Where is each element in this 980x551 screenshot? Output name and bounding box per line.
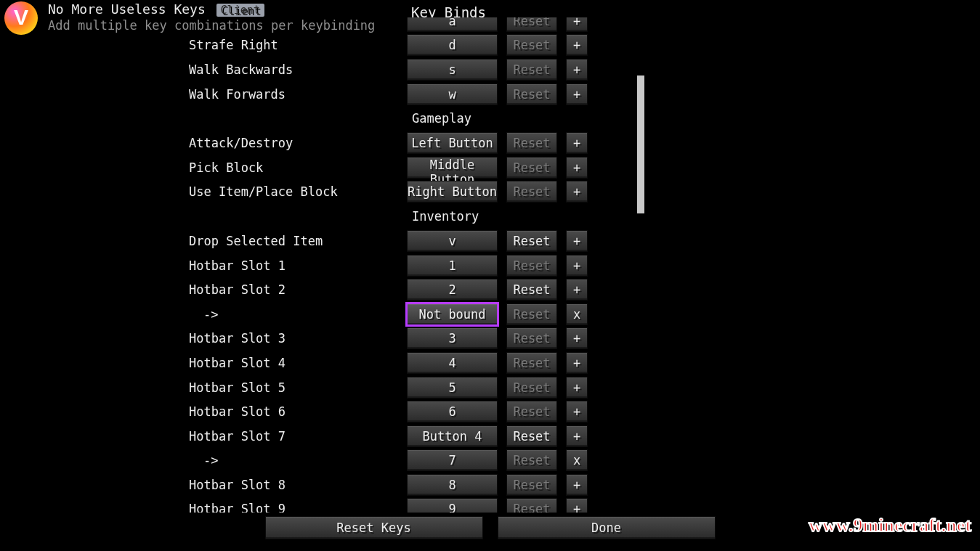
keybind-add-button[interactable]: +	[566, 425, 588, 447]
keybind-reset-button[interactable]: Reset	[506, 352, 557, 374]
keybind-key-button[interactable]: Right Button	[407, 181, 498, 203]
done-button[interactable]: Done	[498, 516, 716, 539]
keybind-row: Attack/DestroyLeft ButtonReset+	[189, 131, 610, 155]
keybind-reset-button[interactable]: Reset	[506, 425, 557, 447]
keybind-row: Hotbar Slot 88Reset+	[189, 473, 610, 497]
mod-title: No More Useless Keys Client	[48, 1, 375, 17]
keybind-key-button[interactable]: 3	[407, 327, 498, 349]
keybind-rows: aReset+Strafe RightdReset+Walk Backwards…	[189, 17, 610, 513]
keybind-row: Use Item/Place BlockRight ButtonReset+	[189, 180, 610, 205]
keybind-row: Hotbar Slot 22Reset+	[189, 277, 610, 302]
keybind-row: Hotbar Slot 99Reset+	[189, 497, 610, 513]
keybind-row: ->7Resetx	[189, 449, 610, 473]
keybind-reset-button[interactable]: Reset	[506, 498, 557, 513]
keybind-row: Strafe RightdReset+	[189, 33, 610, 58]
keybind-add-button[interactable]: +	[566, 401, 588, 423]
keybind-label: Hotbar Slot 2	[189, 282, 407, 297]
keybind-row: Hotbar Slot 66Reset+	[189, 399, 610, 424]
keybind-add-button[interactable]: +	[566, 377, 588, 399]
keybind-reset-button[interactable]: Reset	[506, 132, 557, 154]
keybind-reset-button[interactable]: Reset	[506, 230, 557, 252]
keybind-add-button[interactable]: +	[566, 34, 588, 56]
keybind-add-button[interactable]: +	[566, 157, 588, 179]
keybind-key-button[interactable]: a	[407, 17, 498, 32]
reset-keys-button[interactable]: Reset Keys	[265, 516, 483, 539]
keybind-label: ->	[189, 307, 407, 322]
section-header: Inventory	[189, 204, 610, 229]
keybind-label: Drop Selected Item	[189, 234, 407, 248]
keybind-reset-button[interactable]: Reset	[506, 474, 557, 496]
keybind-key-button[interactable]: 1	[407, 255, 498, 277]
keybind-reset-button[interactable]: Reset	[506, 83, 557, 105]
keybind-key-button[interactable]: d	[407, 34, 498, 56]
keybind-reset-button[interactable]: Reset	[506, 377, 557, 399]
keybind-key-button[interactable]: Button 4	[407, 425, 498, 447]
keybind-add-button[interactable]: +	[566, 83, 588, 105]
keybind-reset-button[interactable]: Reset	[506, 34, 557, 56]
keybind-add-button[interactable]: +	[566, 255, 588, 277]
mod-title-text: No More Useless Keys	[48, 1, 206, 17]
keybind-label: Attack/Destroy	[189, 136, 407, 150]
keybind-add-button[interactable]: +	[566, 59, 588, 81]
keybind-row: Walk ForwardswReset+	[189, 82, 610, 107]
keybind-reset-button[interactable]: Reset	[506, 17, 557, 32]
keybind-label: Pick Block	[189, 160, 407, 175]
keybind-key-button[interactable]: Middle Button	[407, 157, 498, 179]
keybind-key-button[interactable]: s	[407, 59, 498, 81]
keybind-label: ->	[189, 453, 407, 468]
keybind-key-button[interactable]: 8	[407, 474, 498, 496]
keybind-add-button[interactable]: +	[566, 181, 588, 203]
keybind-label: Hotbar Slot 4	[189, 356, 407, 370]
keybind-remove-button[interactable]: x	[566, 303, 588, 325]
section-header: Gameplay	[189, 106, 610, 131]
keybind-add-button[interactable]: +	[566, 279, 588, 301]
keybind-row: Hotbar Slot 11Reset+	[189, 253, 610, 278]
keybind-key-button[interactable]: 7	[407, 449, 498, 471]
keybind-reset-button[interactable]: Reset	[506, 255, 557, 277]
keybind-reset-button[interactable]: Reset	[506, 59, 557, 81]
keybind-reset-button[interactable]: Reset	[506, 279, 557, 301]
keybind-add-button[interactable]: +	[566, 132, 588, 154]
keybind-label: Hotbar Slot 7	[189, 429, 407, 444]
keybind-key-button[interactable]: 2	[407, 279, 498, 301]
keybind-label: Strafe Right	[189, 38, 407, 52]
keybind-key-button[interactable]: Left Button	[407, 132, 498, 154]
keybind-reset-button[interactable]: Reset	[506, 157, 557, 179]
keybind-row: aReset+	[189, 17, 610, 33]
keybind-row: Hotbar Slot 33Reset+	[189, 327, 610, 351]
keybind-add-button[interactable]: +	[566, 474, 588, 496]
keybind-label: Use Item/Place Block	[189, 184, 407, 199]
keybind-remove-button[interactable]: x	[566, 449, 588, 471]
keybind-row: Drop Selected ItemvReset+	[189, 229, 610, 253]
keybind-row: Hotbar Slot 7Button 4Reset+	[189, 424, 610, 449]
keybind-add-button[interactable]: +	[566, 230, 588, 252]
keybind-key-button[interactable]: 4	[407, 352, 498, 374]
keybind-key-button[interactable]: 9	[407, 498, 498, 513]
keybind-reset-button[interactable]: Reset	[506, 303, 557, 325]
keybind-key-button[interactable]: Not bound	[407, 303, 498, 325]
keybind-row: Hotbar Slot 55Reset+	[189, 375, 610, 400]
keybind-label: Hotbar Slot 8	[189, 478, 407, 492]
keybind-label: Hotbar Slot 6	[189, 404, 407, 419]
keybind-add-button[interactable]: +	[566, 498, 588, 513]
keybind-label: Walk Forwards	[189, 87, 407, 102]
keybind-label: Hotbar Slot 5	[189, 380, 407, 395]
keybind-row: Walk BackwardssReset+	[189, 57, 610, 82]
keybind-add-button[interactable]: +	[566, 327, 588, 349]
keybind-key-button[interactable]: v	[407, 230, 498, 252]
keybind-label: Walk Backwards	[189, 62, 407, 77]
keybind-label: Hotbar Slot 1	[189, 258, 407, 273]
keybind-label: Hotbar Slot 9	[189, 502, 407, 513]
keybind-key-button[interactable]: w	[407, 83, 498, 105]
keybind-key-button[interactable]: 5	[407, 377, 498, 399]
keybind-reset-button[interactable]: Reset	[506, 181, 557, 203]
keybind-reset-button[interactable]: Reset	[506, 401, 557, 423]
keybind-add-button[interactable]: +	[566, 17, 588, 32]
keybind-key-button[interactable]: 6	[407, 401, 498, 423]
keybind-reset-button[interactable]: Reset	[506, 327, 557, 349]
keybind-reset-button[interactable]: Reset	[506, 449, 557, 471]
keybind-add-button[interactable]: +	[566, 352, 588, 374]
scrollbar-thumb[interactable]	[637, 75, 644, 213]
watermark: www.9minecraft.net	[809, 515, 971, 536]
keybind-label: Hotbar Slot 3	[189, 331, 407, 346]
